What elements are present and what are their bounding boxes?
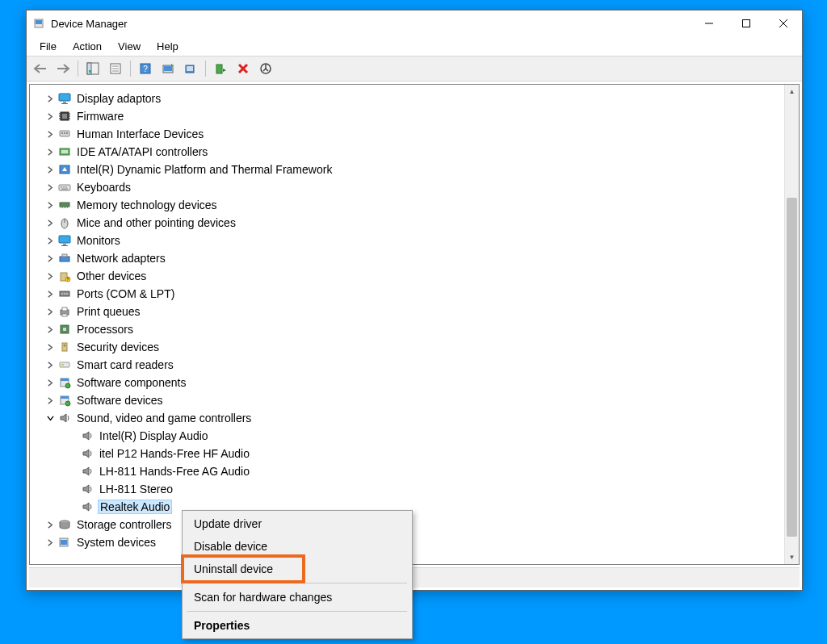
expand-icon[interactable] [44, 377, 56, 388]
device-node[interactable]: Intel(R) Display Audio [36, 427, 785, 445]
toolbar-separator [78, 61, 78, 77]
expand-icon[interactable] [44, 111, 56, 122]
memory-icon [57, 199, 72, 211]
help-button[interactable]: ? [135, 58, 156, 79]
category-node[interactable]: Other devices [36, 267, 785, 285]
node-label: Smart card readers [75, 358, 175, 371]
expand-icon[interactable] [44, 288, 56, 299]
expand-icon[interactable] [44, 128, 56, 140]
expand-icon[interactable] [44, 359, 56, 370]
menu-action[interactable]: Action [65, 39, 110, 54]
context-menu-item[interactable]: Properties [184, 614, 410, 637]
category-node[interactable]: Print queues [36, 303, 785, 320]
chip-icon [57, 110, 72, 123]
expand-icon[interactable] [44, 270, 56, 282]
node-label: Security devices [75, 341, 161, 353]
expand-icon[interactable] [44, 164, 56, 175]
expand-icon[interactable] [44, 217, 56, 228]
minimize-button[interactable] [691, 10, 728, 36]
speaker-icon [80, 447, 94, 460]
node-label: Intel(R) Dynamic Platform and Thermal Fr… [75, 163, 334, 176]
expand-icon[interactable] [44, 324, 56, 335]
category-node[interactable]: Display adaptors [36, 90, 785, 107]
node-label: System devices [75, 536, 157, 549]
expand-icon [67, 483, 78, 495]
expand-icon[interactable] [44, 146, 56, 157]
expand-icon[interactable] [44, 235, 56, 246]
vertical-scrollbar[interactable]: ▲ ▼ [784, 85, 799, 564]
expand-icon[interactable] [44, 182, 56, 193]
software-icon [57, 376, 72, 389]
expand-icon [67, 466, 78, 477]
menu-view[interactable]: View [110, 39, 149, 54]
node-label: Memory technology devices [75, 199, 219, 211]
expand-icon[interactable] [44, 253, 56, 264]
storage-icon [57, 518, 72, 531]
category-node[interactable]: Firmware [36, 107, 785, 125]
port-icon [57, 287, 72, 300]
svg-rect-58 [743, 20, 750, 27]
window-title: Device Manager [51, 18, 128, 30]
category-node[interactable]: Processors [36, 320, 785, 338]
category-node[interactable]: Memory technology devices [36, 196, 785, 214]
network-icon [57, 252, 72, 265]
category-node[interactable]: Intel(R) Dynamic Platform and Thermal Fr… [36, 161, 785, 178]
uninstall-device-button[interactable] [233, 58, 254, 79]
collapse-icon[interactable] [44, 412, 56, 424]
context-menu-item[interactable]: Disable device [184, 535, 410, 558]
back-button[interactable] [30, 58, 51, 79]
category-node[interactable]: IDE ATA/ATAPI controllers [36, 143, 785, 161]
category-node[interactable]: Sound, video and game controllers [36, 409, 785, 427]
svg-rect-71 [164, 66, 172, 71]
show-hide-tree-button[interactable] [82, 58, 103, 79]
maximize-button[interactable] [728, 10, 765, 36]
node-label: LH-811 Stereo [98, 483, 174, 496]
enable-device-button[interactable] [210, 58, 231, 79]
expand-icon[interactable] [44, 519, 56, 530]
device-node[interactable]: LH-811 Stereo [36, 480, 785, 498]
scan-hardware-button[interactable] [157, 58, 178, 79]
software-icon [57, 394, 72, 407]
expand-icon[interactable] [44, 93, 56, 104]
client-area: Display adaptorsFirmwareHuman Interface … [27, 82, 802, 590]
context-menu-item[interactable]: Scan for hardware changes [184, 586, 410, 608]
expand-icon[interactable] [44, 199, 56, 211]
context-menu-separator [187, 611, 407, 612]
category-node[interactable]: Ports (COM & LPT) [36, 285, 785, 303]
close-button[interactable] [765, 10, 802, 36]
properties-button[interactable] [105, 58, 126, 79]
scroll-thumb[interactable] [787, 198, 797, 537]
update-driver-button[interactable] [180, 58, 201, 79]
expand-icon[interactable] [44, 395, 56, 406]
scroll-up-button[interactable]: ▲ [785, 85, 799, 98]
category-node[interactable]: Human Interface Devices [36, 125, 785, 143]
context-menu-item[interactable]: Update driver [184, 512, 410, 535]
expand-icon[interactable] [44, 341, 56, 353]
category-node[interactable]: Mice and other pointing devices [36, 214, 785, 232]
category-node[interactable]: Security devices [36, 338, 785, 356]
category-node[interactable]: Software components [36, 374, 785, 391]
svg-rect-74 [216, 65, 222, 73]
context-menu-item[interactable]: Uninstall device [184, 558, 410, 580]
other-icon [57, 270, 72, 282]
menu-help[interactable]: Help [149, 39, 187, 54]
menu-file[interactable]: File [31, 39, 65, 54]
node-label: IDE ATA/ATAPI controllers [75, 145, 209, 158]
category-node[interactable]: Network adapters [36, 249, 785, 267]
device-node[interactable]: itel P12 Hands-Free HF Audio [36, 445, 785, 462]
node-label: Intel(R) Display Audio [98, 429, 210, 442]
category-node[interactable]: Smart card readers [36, 356, 785, 374]
menubar: File Action View Help [27, 36, 802, 56]
category-node[interactable]: Software devices [36, 391, 785, 409]
toolbar-separator [130, 61, 131, 77]
device-tree[interactable]: Display adaptorsFirmwareHuman Interface … [30, 85, 785, 564]
scroll-down-button[interactable]: ▼ [785, 550, 799, 564]
expand-icon[interactable] [44, 537, 56, 548]
node-label: itel P12 Hands-Free HF Audio [98, 447, 251, 460]
category-node[interactable]: Monitors [36, 232, 785, 249]
device-node[interactable]: LH-811 Hands-Free AG Audio [36, 462, 785, 480]
disable-device-button[interactable] [255, 58, 276, 79]
expand-icon[interactable] [44, 306, 56, 317]
category-node[interactable]: Keyboards [36, 178, 785, 196]
forward-button[interactable] [52, 58, 73, 79]
